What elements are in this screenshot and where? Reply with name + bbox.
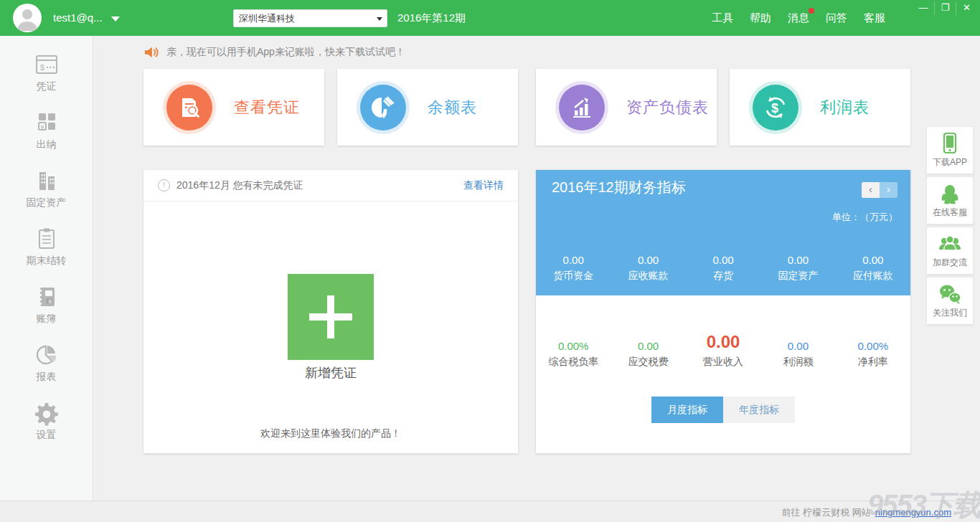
sidebar-item-voucher[interactable]: $ 凭证 <box>0 52 93 93</box>
select-caret-icon <box>377 17 382 21</box>
shortcut-balance-sheet[interactable]: 余额表 <box>337 69 518 146</box>
sidebar-label: 出纳 <box>0 138 93 151</box>
group-chat-icon <box>927 232 973 255</box>
window-controls: — ❐ ✕ <box>913 1 977 15</box>
message-badge <box>809 8 814 14</box>
metric-tax-burden-rate: 0.00% 综合税负率 <box>536 333 611 369</box>
sidebar-label: 固定资产 <box>0 196 93 209</box>
metric-inventory: 0.00 存货 <box>686 247 760 283</box>
speaker-icon <box>143 45 159 60</box>
view-details-link[interactable]: 查看详情 <box>463 179 504 192</box>
menu-help[interactable]: 帮助 <box>750 11 771 25</box>
shortcut-assets-liabilities[interactable]: 资产负债表 <box>536 69 717 146</box>
profit-icon: $ <box>753 85 798 130</box>
user-menu[interactable]: test1@q... <box>53 0 120 36</box>
sidebar-item-reports[interactable]: 报表 <box>0 342 93 384</box>
period-nav: ‹ › <box>862 182 897 198</box>
shortcut-profit[interactable]: $ 利润表 <box>730 69 910 146</box>
company-select-value: 深圳华通科技 <box>239 13 295 24</box>
sidebar-item-period-end[interactable]: 期末结转 <box>0 226 93 267</box>
toolbar-label: 下载APP <box>927 156 973 169</box>
top-menu: 工具 帮助 消息 问答 客服 <box>712 0 885 36</box>
wechat-follow-icon <box>927 283 973 305</box>
sidebar-item-cashier[interactable]: ¥ 出纳 <box>0 110 93 151</box>
toolbar-join-group[interactable]: 加群交流 <box>926 227 974 275</box>
svg-text:¥: ¥ <box>39 123 44 130</box>
qq-service-icon <box>927 182 973 205</box>
notice-bar: 亲，现在可以用手机App来记账啦，快来下载试试吧！ <box>143 43 910 62</box>
person-icon <box>13 4 42 32</box>
toolbar-online-service[interactable]: 在线客服 <box>926 176 974 224</box>
close-button[interactable]: ✕ <box>956 1 977 15</box>
company-select[interactable]: 深圳华通科技 <box>233 9 387 27</box>
period-end-icon <box>0 226 93 252</box>
maximize-button[interactable]: ❐ <box>934 1 956 15</box>
sidebar-label: 设置 <box>0 429 93 442</box>
finance-panel: 2016年12期财务指标 ‹ › 单位：（万元） 0.00 货币资金 0.00 … <box>536 170 910 453</box>
tab-monthly-indicators[interactable]: 月度指标 <box>651 397 723 423</box>
menu-messages[interactable]: 消息 <box>788 11 809 25</box>
sidebar-label: 凭证 <box>0 80 93 93</box>
menu-support[interactable]: 客服 <box>864 11 885 25</box>
menu-qa[interactable]: 问答 <box>826 11 847 25</box>
period-label: 2016年第12期 <box>397 0 466 36</box>
metric-fixed-assets: 0.00 固定资产 <box>760 247 835 283</box>
toolbar-label: 加群交流 <box>927 257 973 269</box>
assets-liabilities-icon <box>559 85 605 130</box>
shortcut-label: 余额表 <box>428 97 477 118</box>
toolbar-follow-us[interactable]: 关注我们 <box>926 277 974 325</box>
footer-bar: 前往 柠檬云财税 网站ningmengyun.com <box>0 500 980 522</box>
ledger-icon: $ <box>0 284 93 310</box>
balance-sheet-icon <box>360 85 406 130</box>
finance-panel-header: 2016年12期财务指标 ‹ › 单位：（万元） 0.00 货币资金 0.00 … <box>536 170 910 295</box>
prev-period-button[interactable]: ‹ <box>862 182 880 198</box>
sidebar-label: 报表 <box>0 371 93 384</box>
username-label: test1@q... <box>53 11 103 24</box>
welcome-text: 欢迎来到这里体验我们的产品！ <box>143 427 518 440</box>
toolbar-label: 在线客服 <box>927 207 973 219</box>
metric-operating-revenue: 0.00 营业收入 <box>686 333 760 369</box>
reports-icon <box>0 342 93 368</box>
add-voucher-button[interactable] <box>288 274 374 360</box>
minimize-button[interactable]: — <box>913 1 934 15</box>
sidebar-label: 期末结转 <box>0 255 93 267</box>
chevron-down-icon <box>111 16 120 22</box>
footer-text: 前往 柠檬云财税 网站ningmengyun.com <box>782 506 951 519</box>
fixed-assets-icon <box>0 168 93 194</box>
cashier-icon: ¥ <box>0 110 93 136</box>
voucher-icon: $ <box>0 52 93 77</box>
sidebar: $ 凭证 ¥ 出纳 <box>0 36 93 500</box>
avatar[interactable] <box>13 4 42 32</box>
menu-tools[interactable]: 工具 <box>712 11 733 25</box>
sidebar-item-fixed-assets[interactable]: 固定资产 <box>0 168 93 209</box>
website-link[interactable]: ningmengyun.com <box>875 507 951 518</box>
shortcut-label: 查看凭证 <box>234 97 300 118</box>
metric-accounts-receivable: 0.00 应收账款 <box>611 247 685 283</box>
toolbar-download-app[interactable]: 下载APP <box>926 126 974 174</box>
sidebar-item-ledger[interactable]: $ 账簿 <box>0 284 93 326</box>
add-voucher-label: 新增凭证 <box>143 364 518 381</box>
voucher-panel: ! 2016年12月 您有未完成凭证 查看详情 新增凭证 欢迎来到这里体验我们的… <box>143 170 518 453</box>
plus-icon <box>303 290 358 344</box>
tab-yearly-indicators[interactable]: 年度指标 <box>723 397 795 423</box>
bottom-metrics-row: 0.00% 综合税负率 0.00 应交税费 0.00 营业收入 0.00 利润额… <box>536 333 910 369</box>
shortcut-view-voucher[interactable]: 查看凭证 <box>143 69 324 146</box>
unit-label: 单位：（万元） <box>832 211 897 224</box>
voucher-panel-header: ! 2016年12月 您有未完成凭证 查看详情 <box>143 170 518 201</box>
metric-net-profit-rate: 0.00% 净利率 <box>836 333 910 369</box>
finance-panel-title: 2016年12期财务指标 <box>552 178 686 197</box>
settings-icon <box>0 400 93 426</box>
top-metrics-row: 0.00 货币资金 0.00 应收账款 0.00 存货 0.00 固定资产 0.… <box>536 247 910 283</box>
indicator-tabs: 月度指标 年度指标 <box>651 397 795 423</box>
next-period-button[interactable]: › <box>880 182 897 198</box>
svg-text:$: $ <box>40 63 44 72</box>
sidebar-label: 账簿 <box>0 313 93 326</box>
metric-accounts-payable: 0.00 应付账款 <box>836 247 910 283</box>
download-app-icon <box>927 132 973 155</box>
info-icon: ! <box>158 179 170 191</box>
footer-prefix: 前往 柠檬云财税 网站 <box>782 507 871 518</box>
view-voucher-icon <box>166 85 212 130</box>
sidebar-item-settings[interactable]: 设置 <box>0 400 93 442</box>
voucher-panel-title: 2016年12月 您有未完成凭证 <box>176 179 463 192</box>
metric-profit: 0.00 利润额 <box>760 333 835 369</box>
